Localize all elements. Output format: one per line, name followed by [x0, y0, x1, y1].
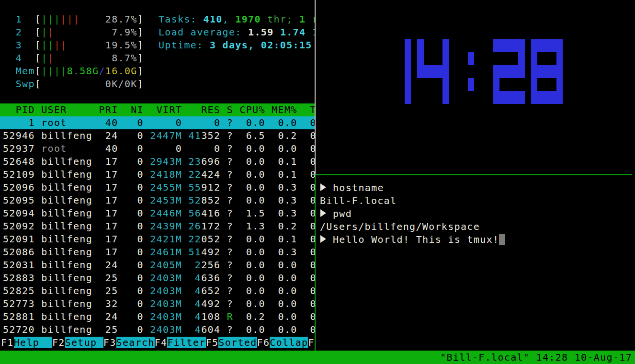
info-segment: thr;: [261, 13, 299, 25]
process-row[interactable]: 52773 billfeng 32 0 2403M 4492 ? 0.0 0.0…: [0, 297, 315, 310]
clock-cell: [405, 52, 411, 65]
process-row[interactable]: 1 root 40 0 0 0 ? 0.0 0.0 0:: [0, 116, 315, 129]
fkey-f1-label[interactable]: Help: [14, 337, 52, 348]
clock-cell: [442, 39, 449, 52]
cell-user: billfeng: [41, 272, 99, 284]
process-row[interactable]: 52031 billfeng 24 0 2405M 2256 ? 0.0 0.0…: [0, 259, 315, 272]
cell-cpu-mem-time: 1.5 0.3 0:: [233, 207, 315, 219]
cell-pri-ni: 17 0: [99, 156, 144, 167]
cell-res-hi: 4: [182, 311, 201, 322]
clock-cell: [468, 78, 475, 91]
meter-open-bracket: [: [35, 65, 41, 77]
process-row[interactable]: 52883 billfeng 25 0 2403M 4636 ? 0.0 0.0…: [0, 272, 315, 284]
gap: [35, 246, 41, 258]
tmux-screen: 1 [|||||| 28.7%] 2 [|| 7.9%] 3 [|||| 19.…: [0, 0, 635, 364]
process-row[interactable]: 52946 billfeng 24 0 2447M 41352 ? 6.5 0.…: [0, 129, 315, 142]
meter-label: 4: [3, 52, 35, 64]
cell-state: ?: [227, 272, 233, 284]
cell-user: billfeng: [41, 246, 99, 258]
clock-cell: [417, 39, 424, 52]
meter-bars: ||: [54, 39, 67, 51]
prompt-arrow-icon: [320, 209, 326, 217]
cell-virt: 2418M: [144, 169, 182, 180]
clock-cell: [499, 91, 506, 104]
clock-cell: [556, 91, 563, 104]
cell-pri-ni: 24 0: [99, 259, 144, 271]
cell-res-hi: 51: [182, 246, 201, 258]
gap: [220, 324, 227, 335]
process-row[interactable]: 52109 billfeng 17 0 2418M 22424 ? 0.0 0.…: [0, 168, 315, 181]
pane-border-vertical-bottom[interactable]: [315, 174, 316, 351]
cell-user: billfeng: [41, 169, 99, 180]
gap: [220, 143, 227, 154]
cell-cpu-mem-time: 0.0 0.0 0:: [233, 143, 315, 154]
cell-res-lo: 912: [201, 182, 220, 193]
fkey-f4-key[interactable]: F4: [155, 337, 168, 348]
gap: [220, 194, 227, 206]
cell-state: ?: [227, 130, 233, 141]
fkey-f3-label[interactable]: Search: [116, 337, 155, 348]
cell-res-lo: 852: [201, 194, 220, 206]
process-row[interactable]: 52096 billfeng 17 0 2455M 55912 ? 0.0 0.…: [0, 181, 315, 194]
meter-bars: |||: [60, 13, 79, 25]
gap: [35, 311, 41, 322]
cell-res-hi: 22: [182, 169, 201, 180]
meter-close-bracket: ]: [137, 39, 144, 51]
gap: [220, 130, 227, 141]
fkey-f6-key[interactable]: F6: [257, 337, 270, 348]
process-row[interactable]: 52095 billfeng 17 0 2453M 52852 ? 0.0 0.…: [0, 194, 315, 207]
cell-cpu-mem-time: 0.0 0.0 0:: [233, 285, 315, 296]
info-segment: 1.59: [248, 26, 280, 38]
cell-pid: 52881: [3, 311, 35, 322]
clock-cell: [550, 39, 556, 52]
process-row[interactable]: 52091 billfeng 17 0 2421M 22052 ? 0.0 0.…: [0, 233, 315, 246]
cell-res-hi: 55: [182, 182, 201, 193]
process-row[interactable]: 52648 billfeng 17 0 2943M 23696 ? 0.0 0.…: [0, 155, 315, 168]
pane-border-vertical-top[interactable]: [315, 0, 316, 174]
clock-cell: [518, 52, 525, 65]
meter-open-bracket: [: [35, 26, 41, 38]
cell-state: ?: [227, 117, 233, 128]
cell-virt: 2943M: [144, 156, 182, 167]
fkey-f3-key[interactable]: F3: [103, 337, 116, 348]
clock-cell: [512, 65, 519, 78]
tmux-status-bar: [0] 0:bash 1:bash 2:bash- 3:bash* "Bill-…: [0, 351, 635, 364]
output-text: Bill-F.local: [320, 195, 397, 206]
cell-res-hi: 52: [182, 194, 201, 206]
clock-cell: [512, 91, 519, 104]
gap: [35, 285, 41, 296]
fkey-f2-key[interactable]: F2: [52, 337, 65, 348]
fkey-f7-key[interactable]: F7: [308, 337, 315, 348]
process-row[interactable]: 52825 billfeng 25 0 2403M 4652 ? 0.0 0.0…: [0, 284, 315, 297]
process-row[interactable]: 52937 root 40 0 0 0 ? 0.0 0.0 0:: [0, 142, 315, 155]
fkey-f5-label[interactable]: Sorted: [218, 337, 257, 348]
table-header-row[interactable]: PID USER PRI NI VIRT RES S CPU% MEM% T: [0, 103, 315, 116]
cell-res-hi: [182, 117, 214, 128]
cell-res-hi: 56: [182, 207, 201, 219]
clock-cell: [506, 39, 512, 52]
cell-pri-ni: 25 0: [99, 285, 144, 296]
fkey-f4-label[interactable]: Filter: [167, 337, 205, 348]
process-row[interactable]: 52086 billfeng 17 0 2461M 51492 ? 0.0 0.…: [0, 246, 315, 259]
cell-virt: 2446M: [144, 207, 182, 219]
meter-label: 3: [3, 39, 35, 51]
clock-pane[interactable]: [317, 0, 635, 174]
process-row[interactable]: 52720 billfeng 25 0 2403M 4604 ? 0.0 0.0…: [0, 323, 315, 336]
fkey-f2-label[interactable]: Setup: [65, 337, 103, 348]
cell-pri-ni: 17 0: [99, 233, 144, 245]
meter-close-bracket: ]: [137, 26, 144, 38]
process-row[interactable]: 52881 billfeng 24 0 2403M 4108 R 0.2 0.0…: [0, 310, 315, 323]
cell-cpu-mem-time: 0.0 0.3 0:: [233, 246, 315, 258]
fkey-f1-key[interactable]: F1: [1, 337, 14, 348]
process-row[interactable]: 52092 billfeng 17 0 2439M 26172 ? 1.3 0.…: [0, 220, 315, 233]
meter-label: 2: [3, 26, 35, 38]
process-row[interactable]: 52094 billfeng 17 0 2446M 56416 ? 1.5 0.…: [0, 207, 315, 220]
terminal-pane[interactable]: hostnameBill-F.localpwd/Users/billfeng/W…: [317, 175, 635, 351]
gap: [35, 143, 41, 154]
info-segment: ru: [306, 13, 315, 25]
htop-pane[interactable]: 1 [|||||| 28.7%] 2 [|| 7.9%] 3 [|||| 19.…: [0, 0, 315, 350]
cell-res-lo: 0: [214, 117, 220, 128]
fkey-f5-key[interactable]: F5: [206, 337, 219, 348]
cell-pri-ni: 17 0: [99, 220, 144, 232]
fkey-f6-label[interactable]: Collap: [270, 337, 308, 348]
